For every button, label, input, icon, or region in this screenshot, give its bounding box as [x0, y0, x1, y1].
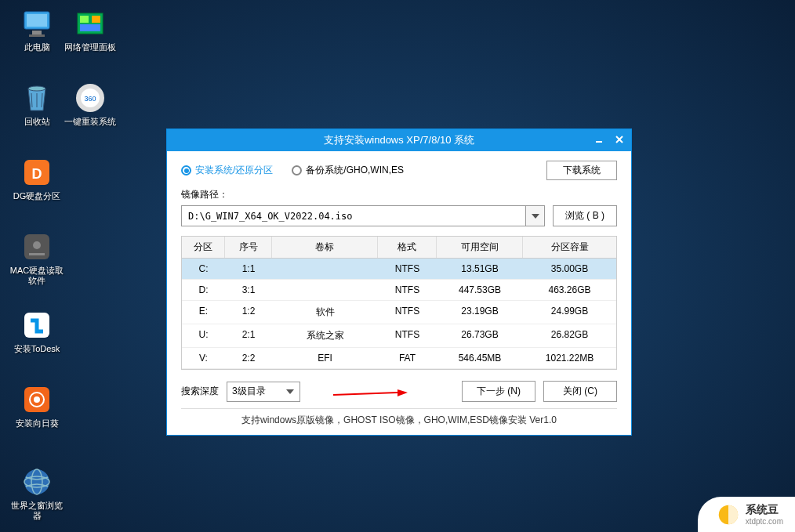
dialog-title: 支持安装windows XP/7/8/10 系统 [324, 133, 474, 147]
desktop-icon-pc[interactable]: 此电脑 [9, 8, 64, 52]
browser-icon [21, 466, 53, 498]
chevron-down-icon[interactable] [525, 206, 544, 226]
install-dialog: 支持安装windows XP/7/8/10 系统 安装系统/还原分区 备份系统/… [166, 128, 632, 436]
desktop-icon-label: 网络管理面板 [64, 42, 116, 52]
svg-marker-28 [286, 389, 294, 394]
radio-install-restore[interactable]: 安装系统/还原分区 [181, 164, 273, 177]
image-path-label: 镜像路径： [181, 188, 617, 201]
pc-icon [21, 8, 53, 39]
table-header: 分区 序号 卷标 格式 可用空间 分区容量 [182, 237, 616, 259]
svg-line-29 [333, 393, 398, 395]
radio-checked-icon [181, 165, 191, 176]
desktop-icon-bin[interactable]: 回收站 [9, 82, 64, 127]
desktop-icon-mac[interactable]: MAC硬盘读取软件 [9, 231, 64, 286]
desktop-icon-browser[interactable]: 世界之窗浏览器 [9, 466, 64, 521]
desktop-icon-label: 安装ToDesk [14, 344, 60, 354]
table-row[interactable]: D:3:1NTFS447.53GB463.26GB [182, 280, 616, 301]
svg-marker-27 [532, 214, 539, 219]
todesk-icon [21, 309, 53, 341]
reinstall-icon: 360 [74, 82, 106, 114]
watermark-title: 系统豆 [746, 503, 783, 517]
svg-rect-5 [80, 16, 89, 23]
panel-icon [74, 8, 106, 39]
titlebar[interactable]: 支持安装windows XP/7/8/10 系统 [167, 129, 631, 151]
desktop-icon-panel[interactable]: 网络管理面板 [63, 8, 118, 52]
svg-point-8 [28, 86, 45, 91]
footer-text: 支持windows原版镜像，GHOST ISO镜像，GHO,WIM,ESD镜像安… [181, 408, 617, 429]
svg-rect-16 [29, 253, 45, 255]
sunflower-icon [21, 384, 53, 415]
image-path-select[interactable]: D:\G_WIN7_X64_OK_V2022.04.iso [181, 205, 545, 226]
svg-point-21 [24, 469, 49, 494]
svg-rect-7 [80, 24, 100, 31]
desktop-icon-label: 此电脑 [24, 42, 50, 52]
partition-table: 分区 序号 卷标 格式 可用空间 分区容量 C:1:1NTFS13.51GB35… [181, 236, 617, 370]
svg-text:D: D [32, 166, 42, 182]
minimize-button[interactable] [592, 132, 606, 147]
radio-backup[interactable]: 备份系统/GHO,WIN,ES [292, 164, 404, 177]
dg-icon: D [21, 157, 53, 188]
desktop-icon-dg[interactable]: DDG硬盘分区 [9, 157, 64, 201]
svg-point-15 [33, 241, 41, 249]
svg-point-20 [34, 396, 40, 403]
svg-rect-6 [92, 16, 100, 23]
annotation-arrow [308, 382, 454, 402]
close-button[interactable]: 关闭 (C) [543, 381, 617, 402]
table-row[interactable]: E:1:2软件NTFS23.19GB24.99GB [182, 301, 616, 324]
svg-text:360: 360 [84, 95, 96, 103]
next-button[interactable]: 下一步 (N) [462, 381, 535, 402]
mac-icon [21, 231, 53, 262]
svg-rect-3 [29, 34, 45, 37]
bin-icon [21, 82, 53, 114]
svg-rect-1 [27, 14, 47, 27]
close-icon[interactable] [612, 132, 626, 147]
desktop-icon-sunflower[interactable]: 安装向日葵 [9, 384, 64, 429]
chevron-down-icon[interactable] [281, 382, 299, 401]
desktop-icon-label: MAC硬盘读取软件 [9, 266, 64, 286]
desktop-icon-todesk[interactable]: 安装ToDesk [9, 309, 64, 354]
download-system-button[interactable]: 下载系统 [546, 161, 617, 180]
desktop-icon-label: 回收站 [24, 117, 50, 127]
search-depth-label: 搜索深度 [181, 385, 219, 398]
desktop-icon-reinstall[interactable]: 360一键重装系统 [63, 82, 118, 127]
desktop-icon-label: 一键重装系统 [64, 117, 116, 127]
desktop-icon-label: DG硬盘分区 [13, 191, 61, 201]
radio-unchecked-icon [292, 165, 302, 176]
table-row[interactable]: C:1:1NTFS13.51GB35.00GB [182, 259, 616, 280]
desktop-icon-label: 世界之窗浏览器 [9, 501, 64, 521]
search-depth-select[interactable]: 3级目录 [227, 382, 300, 402]
watermark-logo-icon [717, 504, 739, 526]
watermark: 系统豆 xtdptc.com [698, 497, 795, 532]
table-row[interactable]: V:2:2EFIFAT546.45MB1021.22MB [182, 348, 616, 369]
watermark-sub: xtdptc.com [746, 517, 783, 526]
svg-marker-30 [398, 389, 408, 396]
browse-button[interactable]: 浏览 ( B ) [553, 205, 617, 226]
table-row[interactable]: U:2:1系统之家NTFS26.73GB26.82GB [182, 324, 616, 348]
desktop-icon-label: 安装向日葵 [16, 418, 59, 429]
